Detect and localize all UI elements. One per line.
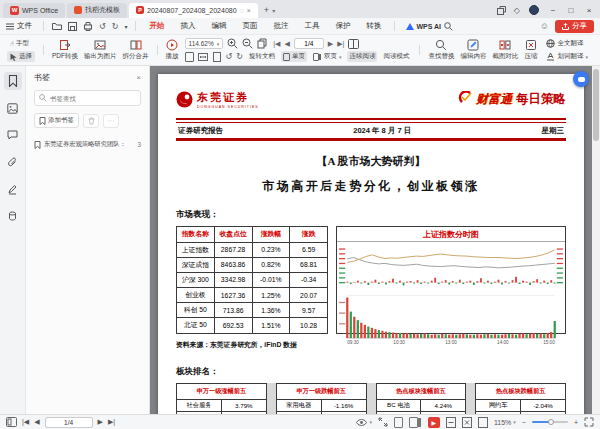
save-icon[interactable]: [68, 22, 77, 31]
open-file-icon[interactable]: [52, 22, 62, 30]
last-page-icon[interactable]: ▶|: [337, 40, 344, 48]
menu-tab-工具[interactable]: 工具: [297, 19, 326, 33]
menu-tab-开始[interactable]: 开始: [142, 19, 171, 33]
pdf-convert-button[interactable]: PDF转换: [49, 38, 81, 62]
menu-tab-批注[interactable]: 批注: [266, 19, 295, 33]
signature-panel-button[interactable]: [4, 180, 22, 198]
prev-page-icon[interactable]: ◀: [284, 40, 289, 48]
minimize-button[interactable]: −: [544, 3, 562, 18]
translate-full-label: 全文翻译: [557, 39, 583, 48]
auto-play-button[interactable]: ▶: [428, 417, 440, 428]
actual-size-icon[interactable]: [185, 52, 194, 62]
wps-ai-button[interactable]: WPS AI: [406, 23, 441, 30]
menu-tab-页面[interactable]: 页面: [235, 19, 264, 33]
thumbnails-panel-button[interactable]: [4, 99, 22, 117]
zoom-slider[interactable]: [532, 421, 568, 423]
user-avatar[interactable]: [529, 5, 539, 15]
actual-size-view-icon[interactable]: [478, 417, 488, 428]
page-indicator-input[interactable]: [294, 38, 324, 49]
comments-panel-button[interactable]: [4, 126, 22, 144]
document-viewport[interactable]: 东莞证券 DONGGUAN SECURITIES 财富通 每日策略: [150, 66, 600, 414]
tab-close-icon[interactable]: ×: [247, 7, 251, 14]
rotate-left-icon[interactable]: ↺: [226, 52, 233, 61]
vertical-scrollbar[interactable]: [592, 66, 600, 414]
undo-icon[interactable]: ↺: [99, 22, 106, 31]
delete-bookmark-button[interactable]: [83, 114, 99, 128]
home-tab[interactable]: W WPS Office: [3, 3, 65, 18]
bookmark-search-input[interactable]: [50, 95, 130, 102]
view-options-button[interactable]: ▾: [356, 419, 372, 426]
file-menu[interactable]: 文件: [6, 21, 32, 31]
rotate-right-icon[interactable]: ↻: [236, 52, 243, 61]
menu-tab-编辑[interactable]: 编辑: [204, 19, 233, 33]
translate-full-button[interactable]: 全文翻译: [543, 38, 591, 49]
close-button[interactable]: ×: [580, 3, 598, 18]
status-zoom-select[interactable]: 115% ▾: [494, 419, 516, 426]
translate-word-button[interactable]: 划词翻译 ▾: [543, 51, 591, 62]
next-page-icon[interactable]: ▶: [98, 418, 103, 426]
scrollbar-thumb[interactable]: [593, 69, 599, 141]
find-replace-button[interactable]: 查找替换: [425, 38, 457, 62]
document-tab[interactable]: P 20240807_202408_2024080 ◌ ×: [129, 3, 258, 18]
zoom-minus-button[interactable]: −: [522, 419, 526, 426]
fit-page-view-icon[interactable]: [462, 417, 472, 428]
double-page-view-icon[interactable]: [409, 417, 418, 428]
next-page-icon[interactable]: ▶: [328, 40, 333, 48]
read-layout-icon[interactable]: [348, 39, 359, 49]
bookmark-search[interactable]: [34, 90, 141, 106]
first-page-icon[interactable]: |◀: [273, 40, 280, 48]
bookmark-list-item[interactable]: 东莞证券宏观策略研究团队： 3: [34, 140, 141, 149]
menu-search-icon[interactable]: [444, 22, 453, 31]
fit-window-icon[interactable]: [378, 417, 388, 427]
menu-tab-保护[interactable]: 保护: [328, 19, 357, 33]
prev-page-icon[interactable]: ◀: [34, 418, 39, 426]
fit-page-icon[interactable]: [212, 52, 222, 62]
tab-list-chevron-icon[interactable]: ▾: [272, 7, 275, 14]
skin-settings-icon[interactable]: ◇: [514, 6, 520, 15]
single-page-button[interactable]: 单页: [281, 51, 307, 62]
zoom-level-select[interactable]: 114.62% ▾: [185, 38, 224, 49]
read-mode-button[interactable]: 阅读模式: [381, 51, 411, 62]
hand-tool-button[interactable]: ☝ 手型: [7, 38, 35, 49]
share-button[interactable]: 分享: [555, 20, 594, 33]
thumbnail-grid-icon[interactable]: [6, 417, 17, 427]
attachments-panel-button[interactable]: [4, 153, 22, 171]
play-button[interactable]: 播放: [163, 38, 182, 62]
bookmarks-panel-button[interactable]: [4, 72, 22, 90]
wps-ai-floating-button[interactable]: [573, 71, 589, 87]
panel-close-icon[interactable]: ×: [136, 73, 141, 82]
compare-button[interactable]: 截图对比: [489, 38, 521, 62]
print-icon[interactable]: [83, 22, 93, 31]
split-merge-button[interactable]: 拆分合并: [120, 38, 152, 62]
first-page-icon[interactable]: |◀: [22, 418, 29, 426]
help-icon[interactable]: ☺: [540, 21, 549, 31]
zoom-slider-knob[interactable]: [548, 419, 554, 425]
quickbar-chevron-icon[interactable]: ▾: [124, 23, 127, 30]
maximize-button[interactable]: □: [562, 3, 580, 18]
page-organize-icon[interactable]: [257, 38, 269, 49]
continuous-read-button[interactable]: 连续阅读: [347, 51, 377, 62]
edit-content-button[interactable]: 编辑内容: [457, 38, 489, 62]
select-tool-button[interactable]: 选择: [7, 51, 35, 62]
status-page-input[interactable]: [45, 417, 93, 428]
window-layout-icon[interactable]: [497, 6, 506, 15]
new-tab-button[interactable]: + ▾: [264, 5, 275, 15]
fullscreen-icon[interactable]: [584, 417, 594, 427]
fit-width-view-icon[interactable]: [446, 417, 456, 428]
more-options-button[interactable]: ⋯: [103, 114, 119, 128]
single-page-view-icon[interactable]: [394, 417, 403, 428]
compress-button[interactable]: 压缩: [521, 38, 540, 62]
fit-width-icon[interactable]: [198, 52, 208, 62]
zoom-plus-button[interactable]: +: [574, 419, 578, 426]
add-bookmark-button[interactable]: 添加书签: [34, 113, 79, 128]
menu-tab-转换[interactable]: 转换: [359, 19, 388, 33]
zoom-in-icon[interactable]: [227, 38, 238, 49]
menu-tab-插入[interactable]: 插入: [173, 19, 202, 33]
double-page-button[interactable]: 双页▾: [311, 51, 344, 62]
zoom-out-icon[interactable]: [242, 38, 253, 49]
redo-icon[interactable]: ↻: [112, 22, 119, 31]
export-image-button[interactable]: 输出为图片: [81, 38, 120, 62]
docer-template-tab[interactable]: 找稻壳模板: [67, 3, 127, 18]
stamp-panel-button[interactable]: [4, 207, 22, 225]
last-page-icon[interactable]: ▶|: [108, 418, 115, 426]
